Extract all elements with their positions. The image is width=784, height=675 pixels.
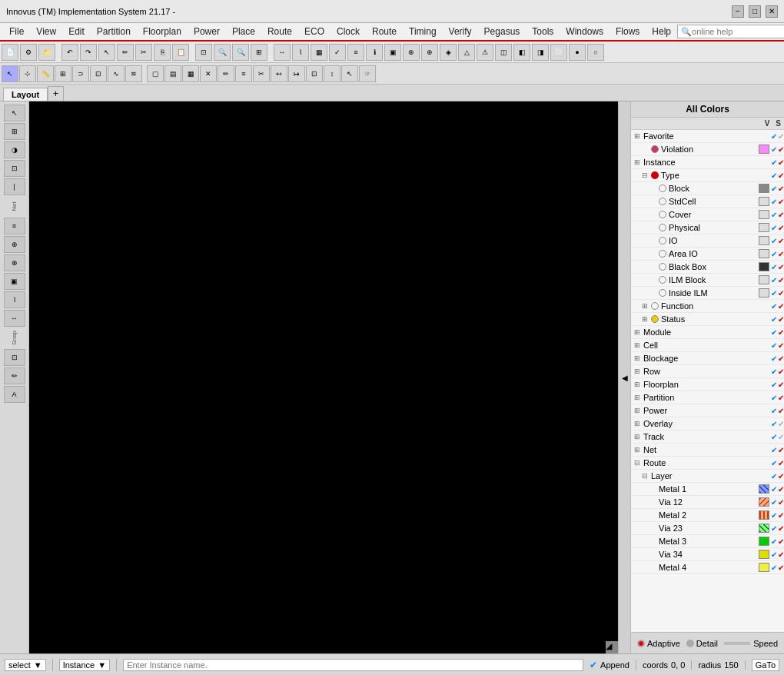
check-partition-v[interactable]: ✔ <box>771 394 777 402</box>
sidebar-btn11[interactable]: ↔ <box>4 310 25 327</box>
tb-zoom-fit[interactable]: ⊡ <box>195 44 212 61</box>
menu-place[interactable]: Place <box>226 25 261 38</box>
expand-blockage[interactable]: ⊞ <box>634 354 643 362</box>
tb2-wire[interactable]: ∿ <box>108 65 125 82</box>
check-metal2-v[interactable]: ✔ <box>771 511 777 520</box>
check-stdcell-v[interactable]: ✔ <box>771 198 777 206</box>
check-row-v[interactable]: ✔ <box>771 367 777 376</box>
goto-button[interactable]: GaTo <box>752 659 779 671</box>
check-module-v[interactable]: ✔ <box>771 328 777 337</box>
tree-item-ilm-block[interactable]: ILM Block ✔ ✔ <box>631 274 784 287</box>
check-ilm-block-s[interactable]: ✔ <box>778 276 784 284</box>
tree-item-physical[interactable]: Physical ✔ ✔ <box>631 221 784 234</box>
sidebar-btn9[interactable]: ▣ <box>4 273 25 290</box>
instance-dropdown[interactable]: Instance ▼ <box>59 659 110 671</box>
tb-paste[interactable]: 📋 <box>172 44 189 61</box>
check-blockage-v[interactable]: ✔ <box>771 354 777 363</box>
check-ilm-block-v[interactable]: ✔ <box>771 276 777 284</box>
swatch-black-box[interactable] <box>759 262 769 271</box>
tb-undo[interactable]: ↶ <box>61 44 78 61</box>
tb-place[interactable]: ▦ <box>311 44 327 61</box>
expand-function[interactable]: ⊞ <box>642 302 651 310</box>
tree-item-favorite[interactable]: ⊞ Favorite ✔ ✔ <box>631 130 784 143</box>
resize-handle[interactable]: ◢ <box>606 641 618 653</box>
tb-more8[interactable]: ◨ <box>532 44 549 61</box>
swatch-area-io[interactable] <box>759 249 769 258</box>
menu-tools[interactable]: Tools <box>526 25 560 38</box>
expand-track[interactable]: ⊞ <box>634 433 643 441</box>
layout-tab[interactable]: Layout <box>3 88 48 101</box>
tb-settings[interactable]: ⚙ <box>20 44 37 61</box>
tree-item-stdcell[interactable]: StdCell ✔ ✔ <box>631 195 784 208</box>
tb-select[interactable]: ↖ <box>98 44 115 61</box>
tree-item-overlay[interactable]: ⊞ Overlay ✔ ✔ <box>631 417 784 431</box>
add-tab-button[interactable]: + <box>48 86 64 101</box>
expand-status[interactable]: ⊞ <box>642 315 651 323</box>
tb2-cut[interactable]: ✂ <box>253 65 270 82</box>
tb-cut[interactable]: ✂ <box>135 44 152 61</box>
check-violation-v[interactable]: ✔ <box>771 145 777 154</box>
check-power-v[interactable]: ✔ <box>771 407 777 415</box>
expand-route[interactable]: ⊟ <box>634 459 643 467</box>
sidebar-btn7[interactable]: ⊕ <box>4 236 25 253</box>
expand-partition[interactable]: ⊞ <box>634 394 643 401</box>
tree-item-io[interactable]: IO ✔ ✔ <box>631 234 784 248</box>
speed-slider[interactable] <box>724 642 750 645</box>
tb-more2[interactable]: ⊗ <box>403 44 420 61</box>
menu-help[interactable]: Help <box>646 25 677 38</box>
check-physical-s[interactable]: ✔ <box>778 224 784 232</box>
swatch-violation[interactable] <box>759 145 769 154</box>
check-layer-v[interactable]: ✔ <box>771 472 777 480</box>
check-metal2-s[interactable]: ✔ <box>778 511 784 520</box>
tree-item-inside-ilm[interactable]: Inside ILM ✔ ✔ <box>631 287 784 300</box>
tb-more3[interactable]: ⊕ <box>421 44 438 61</box>
panel-toggle-button[interactable]: ◀ <box>618 101 630 653</box>
check-stdcell-s[interactable]: ✔ <box>778 198 784 206</box>
menu-flows[interactable]: Flows <box>610 25 646 38</box>
check-via34-s[interactable]: ✔ <box>778 550 784 559</box>
tb2-connect[interactable]: ⊃ <box>72 65 89 82</box>
check-status-s[interactable]: ✔ <box>778 315 784 324</box>
swatch-via12[interactable] <box>759 497 769 507</box>
check-type-s[interactable]: ✔ <box>778 171 784 180</box>
check-floorplan-v[interactable]: ✔ <box>771 381 777 389</box>
tb2-hand[interactable]: ☞ <box>359 65 376 82</box>
check-metal1-s[interactable]: ✔ <box>778 485 784 494</box>
tb-more9[interactable]: ⬜ <box>550 44 567 61</box>
tb-draw[interactable]: ✏ <box>117 44 134 61</box>
tb-zoom-out[interactable]: 🔍 <box>232 44 249 61</box>
check-cell-s[interactable]: ✔ <box>778 341 784 350</box>
check-instance-s[interactable]: ✔ <box>778 158 784 167</box>
check-via12-v[interactable]: ✔ <box>771 498 777 507</box>
check-physical-v[interactable]: ✔ <box>771 224 777 232</box>
tb-more4[interactable]: ◈ <box>440 44 457 61</box>
check-io-v[interactable]: ✔ <box>771 237 777 245</box>
tb-zoom-in[interactable]: 🔍 <box>214 44 231 61</box>
sidebar-btn8[interactable]: ⊗ <box>4 254 25 271</box>
tb2-snap[interactable]: ⊹ <box>19 65 36 82</box>
tree-item-row[interactable]: ⊞ Row ✔ ✔ <box>631 365 784 378</box>
tb-more10[interactable]: ● <box>569 44 586 61</box>
tree-item-function[interactable]: ⊞ Function ✔ ✔ <box>631 300 784 313</box>
tb2-props[interactable]: ≡ <box>235 65 252 82</box>
sidebar-btn5[interactable]: | <box>4 178 25 195</box>
tree-item-cell[interactable]: ⊞ Cell ✔ ✔ <box>631 339 784 352</box>
sidebar-btn1[interactable]: ↖ <box>4 105 25 121</box>
minimize-button[interactable]: − <box>732 5 744 18</box>
check-route-s[interactable]: ✔ <box>778 459 784 467</box>
tb2-arr1[interactable]: ↤ <box>271 65 287 82</box>
tree-item-route[interactable]: ⊟ Route ✔ ✔ <box>631 457 784 470</box>
check-net-s[interactable]: ✔ <box>778 446 784 454</box>
sidebar-btn6[interactable]: ≡ <box>4 218 25 234</box>
tb-copy[interactable]: ⎘ <box>154 44 171 61</box>
sidebar-btn14[interactable]: A <box>4 386 25 403</box>
check-metal4-v[interactable]: ✔ <box>771 564 777 572</box>
sidebar-btn13[interactable]: ✏ <box>4 367 25 384</box>
tb2-ruler[interactable]: 📏 <box>37 65 54 82</box>
swatch-stdcell[interactable] <box>759 197 769 206</box>
expand-favorite[interactable]: ⊞ <box>634 132 643 140</box>
tb2-edit[interactable]: ✏ <box>218 65 234 82</box>
tree-item-type[interactable]: ⊟ Type ✔ ✔ <box>631 169 784 182</box>
tb2-inst[interactable]: ▦ <box>182 65 199 82</box>
expand-row[interactable]: ⊞ <box>634 367 643 375</box>
